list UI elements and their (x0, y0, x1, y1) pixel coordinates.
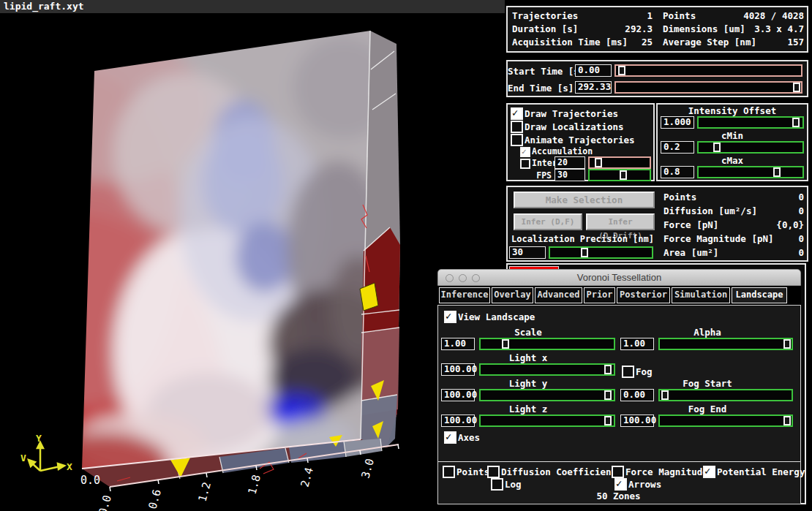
infer-ddrift-button[interactable]: Infer (D,Drift) (586, 213, 655, 230)
tab-posterior[interactable]: Posterior (617, 287, 670, 303)
potential-energy-checkbox[interactable] (703, 466, 715, 478)
tab-simulation[interactable]: Simulation (672, 287, 730, 303)
light-y-slider-handle[interactable] (604, 390, 612, 400)
landscape-tab-content: View Landscape Scale 1.00 Alpha 1.00 Lig… (437, 305, 801, 504)
intensity-offset-slider-handle[interactable] (792, 118, 800, 127)
diffusion-coefficient-checkbox[interactable] (487, 466, 500, 478)
fog-start-slider[interactable] (658, 389, 793, 401)
stat-value: 3.3 x 4.7 (723, 23, 804, 34)
log-checkbox[interactable] (491, 478, 503, 491)
intensity-panel: Intensity Offset 1.000 cMin 0.2 cMax 0.8 (656, 103, 808, 181)
localization-precision-input[interactable]: 30 (509, 246, 546, 259)
light-x-input[interactable]: 100.00 (441, 363, 475, 376)
draw-localizations-checkbox[interactable] (511, 121, 523, 133)
stat-label: Points (663, 10, 696, 21)
cmax-label: cMax (658, 155, 807, 166)
tab-advanced[interactable]: Advanced (535, 287, 582, 303)
axes-checkbox[interactable] (444, 431, 456, 444)
fog-end-slider[interactable] (658, 415, 793, 427)
animate-trajectories-checkbox[interactable] (511, 134, 523, 146)
force-magnitude-checkbox[interactable] (612, 466, 624, 478)
view-landscape-label: View Landscape (458, 311, 535, 322)
x-tick-5: 3.0 (358, 457, 376, 480)
draw-trajectories-checkbox[interactable] (511, 107, 523, 120)
meas-label: Points (663, 192, 696, 202)
alpha-slider[interactable] (658, 338, 793, 350)
points-label: Points (456, 466, 489, 477)
animate-trajectories-label: Animate Trajectories (525, 135, 635, 145)
fps-label: FPS (528, 170, 552, 181)
light-z-input[interactable]: 100.00 (441, 415, 475, 427)
light-z-slider-handle[interactable] (604, 416, 612, 425)
cmax-slider[interactable] (697, 166, 804, 178)
cmin-slider[interactable] (697, 141, 804, 154)
voronoi-titlebar[interactable]: Voronoi Tessellation (437, 269, 801, 286)
intensity-offset-slider[interactable] (697, 116, 804, 129)
view-landscape-checkbox[interactable] (444, 311, 456, 323)
end-time-input[interactable]: 292.33 (575, 81, 612, 94)
stat-value: 1 (595, 10, 653, 21)
start-time-slider[interactable] (614, 64, 802, 77)
fog-end-label: Fog End (620, 404, 794, 415)
x-axis-label: X (67, 461, 72, 472)
light-y-input[interactable]: 100.00 (441, 389, 475, 401)
draw-localizations-label: Draw Localizations (525, 121, 623, 132)
localization-precision-slider[interactable] (549, 246, 653, 259)
make-selection-button[interactable]: Make Selection (514, 192, 655, 208)
y-tick-label: 0.0 (80, 474, 100, 487)
fog-start-input[interactable]: 0.00 (620, 389, 654, 401)
tab-inference[interactable]: Inference (439, 287, 490, 303)
scale-slider-handle[interactable] (502, 339, 509, 349)
start-time-slider-handle[interactable] (618, 66, 625, 75)
cmax-input[interactable]: 0.8 (661, 166, 694, 178)
axes-label: Axes (458, 432, 480, 443)
tab-overlay[interactable]: Overlay (492, 287, 533, 303)
cmin-input[interactable]: 0.2 (661, 141, 694, 154)
light-x-slider[interactable] (479, 363, 615, 376)
infer-df-button[interactable]: Infer (D,F) (514, 213, 582, 230)
scale-input[interactable]: 1.00 (441, 338, 475, 350)
interval-slider-handle[interactable] (595, 158, 602, 167)
fog-start-label: Fog Start (620, 378, 794, 389)
voronoi-title: Voronoi Tessellation (438, 272, 800, 283)
scale-slider[interactable] (479, 338, 615, 350)
localization-precision-slider-handle[interactable] (581, 248, 588, 257)
points-checkbox[interactable] (443, 466, 455, 478)
arrows-checkbox[interactable] (614, 478, 627, 491)
end-time-slider-handle[interactable] (793, 83, 800, 92)
interval-input[interactable]: 20 (555, 156, 585, 169)
fps-slider-handle[interactable] (620, 170, 627, 180)
interval-checkbox[interactable] (520, 159, 530, 169)
window-title: lipid_raft.xyt (4, 1, 84, 12)
alpha-slider-handle[interactable] (783, 339, 791, 349)
cmax-slider-handle[interactable] (773, 167, 781, 177)
intensity-offset-input[interactable]: 1.000 (661, 116, 694, 129)
cmin-slider-handle[interactable] (713, 143, 721, 152)
cmin-label: cMin (658, 130, 807, 141)
accumulation-checkbox[interactable] (520, 147, 530, 157)
voronoi-tabs: Inference Overlay Advanced Prior Posteri… (437, 286, 801, 305)
voronoi-window: Voronoi Tessellation Inference Overlay A… (437, 269, 801, 504)
light-y-slider[interactable] (479, 389, 615, 401)
x-tick-0: 0.0 (96, 493, 113, 511)
end-time-slider[interactable] (614, 81, 802, 94)
alpha-input[interactable]: 1.00 (620, 338, 654, 350)
fog-start-slider-handle[interactable] (661, 390, 669, 400)
fps-slider[interactable] (588, 169, 651, 181)
light-x-slider-handle[interactable] (604, 365, 612, 374)
fps-input[interactable]: 30 (555, 169, 585, 181)
interval-slider[interactable] (588, 156, 651, 169)
stats-panel: Trajectories 1 Points 4028 / 4028 Durati… (506, 6, 808, 53)
log-label: Log (505, 479, 522, 490)
alpha-label: Alpha (620, 327, 794, 338)
tab-landscape[interactable]: Landscape (732, 287, 787, 303)
light-z-slider[interactable] (479, 415, 615, 427)
app-titlebar[interactable]: lipid_raft.xyt (0, 0, 505, 14)
fog-end-input[interactable]: 100.00 (620, 415, 654, 427)
start-time-input[interactable]: 0.00 (575, 64, 612, 77)
fog-checkbox[interactable] (622, 366, 634, 378)
z-axis-label: V (20, 453, 26, 463)
fog-end-slider-handle[interactable] (783, 416, 791, 425)
tab-prior[interactable]: Prior (584, 287, 615, 303)
3d-viewport[interactable]: 0.0 0.0 0.6 1.2 1.8 2.4 3.0 Y X V (0, 0, 505, 511)
